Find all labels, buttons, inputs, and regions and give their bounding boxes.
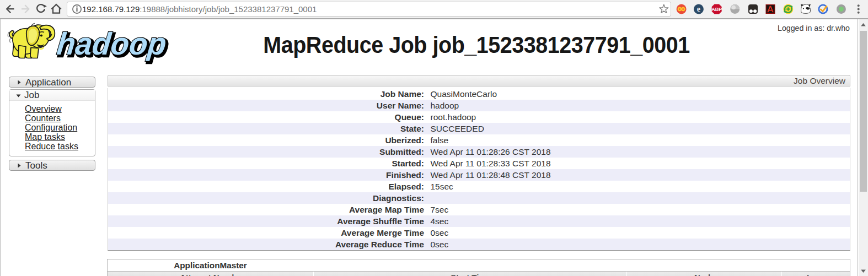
svg-text:e: e	[697, 5, 700, 13]
svg-text:ABP: ABP	[711, 7, 722, 12]
